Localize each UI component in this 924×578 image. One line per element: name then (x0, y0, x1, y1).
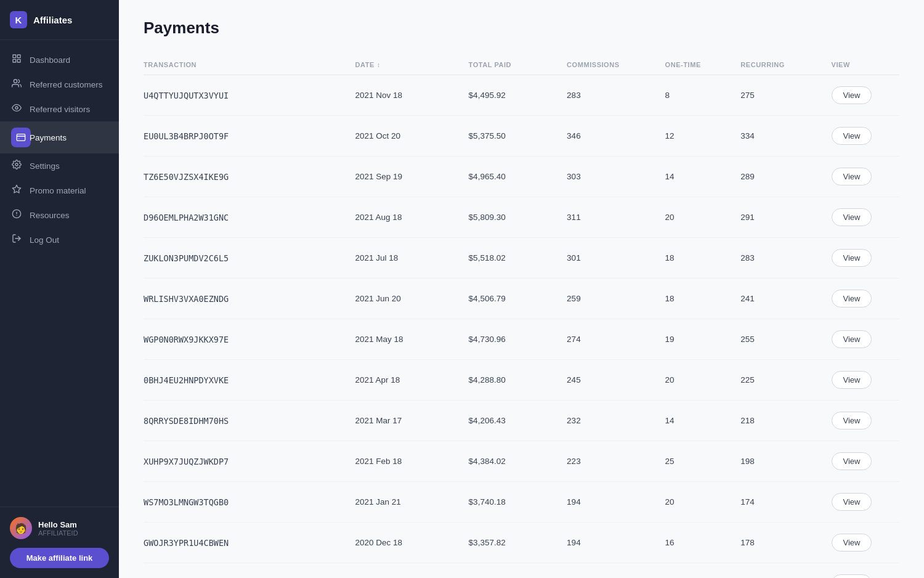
resources-icon (11, 209, 22, 221)
referred-visitors-icon (11, 103, 22, 115)
sidebar-item-payments[interactable]: Payments (0, 121, 119, 153)
page-title: Payments (144, 18, 899, 38)
transaction-id: ZUKLON3PUMDV2C6L5 (144, 238, 355, 279)
sidebar-item-promo-material[interactable]: Promo material (0, 178, 119, 203)
sidebar-item-label: Dashboard (30, 55, 70, 65)
view-cell: View (832, 482, 899, 523)
view-button[interactable]: View (832, 330, 872, 348)
commissions: 223 (567, 441, 665, 482)
app-logo: K (10, 11, 27, 28)
sidebar-item-referred-visitors[interactable]: Referred visitors (0, 97, 119, 121)
one-time: 12 (665, 116, 741, 157)
commissions: 311 (567, 197, 665, 238)
sidebar-item-label: Payments (30, 133, 67, 142)
one-time: 19 (665, 319, 741, 360)
transaction-id: WS7MO3LMNGW3TQGB0 (144, 482, 355, 523)
table-header: TRANSACTIONDATE↕TOTAL PAIDCOMMISSIONSONE… (144, 55, 899, 75)
commissions: 232 (567, 401, 665, 441)
recurring: 198 (740, 441, 831, 482)
app-title: Affiliates (33, 15, 72, 25)
promo-material-icon (11, 184, 22, 197)
total-paid: $4,288.80 (469, 360, 567, 401)
transaction-id: TZ6E50VJZSX4IKE9G (144, 157, 355, 197)
sidebar-header: K Affiliates (0, 0, 119, 40)
date: 2021 Jul 18 (355, 238, 469, 279)
user-id: AFFILIATEID (38, 529, 78, 537)
sidebar-item-dashboard[interactable]: Dashboard (0, 47, 119, 72)
view-cell: View (832, 238, 899, 279)
recurring: 153 (740, 563, 831, 579)
view-button[interactable]: View (832, 249, 872, 267)
table-row: GSH8M0FS2VL8GMKG92020 Nov 23$3,726.99178… (144, 563, 899, 579)
view-button[interactable]: View (832, 493, 872, 511)
payments-icon (11, 128, 22, 147)
user-text: Hello Sam AFFILIATEID (38, 520, 78, 537)
svg-rect-3 (17, 59, 20, 62)
svg-rect-0 (13, 55, 16, 58)
table-row: 8QRRYSDE8IDHM70HS2021 Mar 17$4,206.43232… (144, 401, 899, 441)
commissions: 346 (567, 116, 665, 157)
recurring: 225 (740, 360, 831, 401)
date: 2021 Oct 20 (355, 116, 469, 157)
main-content: Payments TRANSACTIONDATE↕TOTAL PAIDCOMMI… (119, 0, 924, 578)
recurring: 218 (740, 401, 831, 441)
recurring: 241 (740, 279, 831, 319)
view-cell: View (832, 197, 899, 238)
transaction-id: 0BHJ4EU2HNPDYXVKE (144, 360, 355, 401)
sidebar-item-referred-customers[interactable]: Referred customers (0, 72, 119, 97)
one-time: 20 (665, 360, 741, 401)
view-button[interactable]: View (832, 412, 872, 429)
table-row: GWOJR3YPR1U4CBWEN2020 Dec 18$3,357.82194… (144, 523, 899, 563)
date: 2021 Jun 20 (355, 279, 469, 319)
view-button[interactable]: View (832, 452, 872, 470)
recurring: 174 (740, 482, 831, 523)
col-header-view: VIEW (832, 55, 899, 75)
sidebar: K Affiliates DashboardReferred customers… (0, 0, 119, 578)
sidebar-item-log-out[interactable]: Log Out (0, 227, 119, 252)
date: 2021 Sep 19 (355, 157, 469, 197)
commissions: 178 (567, 563, 665, 579)
user-name: Hello Sam (38, 520, 78, 529)
view-cell: View (832, 360, 899, 401)
svg-point-7 (15, 163, 18, 166)
sort-icon: ↕ (377, 62, 381, 68)
date: 2021 Feb 18 (355, 441, 469, 482)
view-button[interactable]: View (832, 168, 872, 185)
svg-rect-2 (13, 59, 16, 62)
view-cell: View (832, 523, 899, 563)
col-header-recurring: RECURRING (740, 55, 831, 75)
view-button[interactable]: View (832, 127, 872, 145)
one-time: 20 (665, 197, 741, 238)
one-time: 14 (665, 157, 741, 197)
sidebar-item-settings[interactable]: Settings (0, 153, 119, 178)
table-row: D96OEMLPHA2W31GNC2021 Aug 18$5,809.30311… (144, 197, 899, 238)
transaction-id: 8QRRYSDE8IDHM70HS (144, 401, 355, 441)
view-button[interactable]: View (832, 208, 872, 226)
active-indicator (11, 128, 31, 147)
view-button[interactable]: View (832, 574, 872, 578)
sidebar-item-resources[interactable]: Resources (0, 203, 119, 227)
transaction-id: WRLISHV3VXA0EZNDG (144, 279, 355, 319)
view-button[interactable]: View (832, 290, 872, 307)
avatar: 🧑 (10, 517, 32, 539)
view-button[interactable]: View (832, 534, 872, 552)
payments-table: TRANSACTIONDATE↕TOTAL PAIDCOMMISSIONSONE… (144, 55, 899, 578)
col-header-date[interactable]: DATE↕ (355, 55, 469, 75)
one-time: 14 (665, 401, 741, 441)
transaction-id: XUHP9X7JUQZJWKDP7 (144, 441, 355, 482)
total-paid: $4,965.40 (469, 157, 567, 197)
view-button[interactable]: View (832, 371, 872, 389)
table-row: TZ6E50VJZSX4IKE9G2021 Sep 19$4,965.40303… (144, 157, 899, 197)
recurring: 289 (740, 157, 831, 197)
one-time: 18 (665, 238, 741, 279)
view-button[interactable]: View (832, 86, 872, 104)
total-paid: $3,726.99 (469, 563, 567, 579)
total-paid: $5,809.30 (469, 197, 567, 238)
make-affiliate-link-button[interactable]: Make affiliate link (10, 548, 109, 568)
transaction-id: GSH8M0FS2VL8GMKG9 (144, 563, 355, 579)
one-time: 25 (665, 441, 741, 482)
settings-icon (11, 160, 22, 172)
col-header-one_time: ONE-TIME (665, 55, 741, 75)
sidebar-bottom: 🧑 Hello Sam AFFILIATEID Make affiliate l… (0, 507, 119, 578)
table-row: WRLISHV3VXA0EZNDG2021 Jun 20$4,506.79259… (144, 279, 899, 319)
